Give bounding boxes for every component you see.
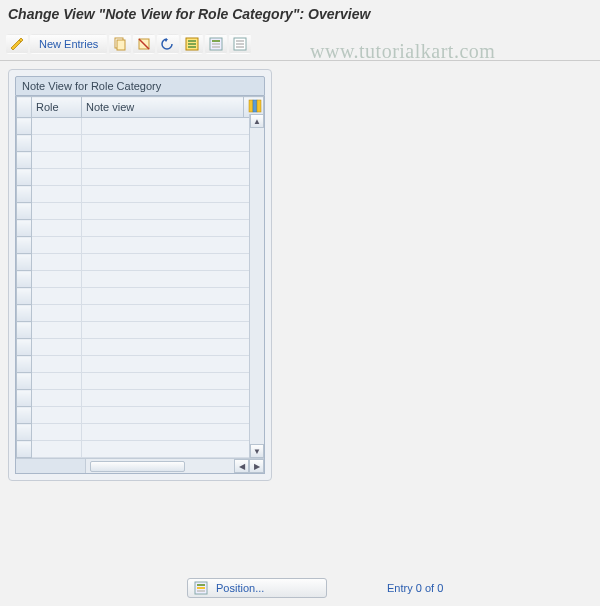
row-selector[interactable] <box>17 424 32 441</box>
scroll-thumb[interactable] <box>90 461 185 472</box>
position-button[interactable]: Position... <box>187 578 327 598</box>
row-selector[interactable] <box>17 305 32 322</box>
deselect-all-icon[interactable] <box>229 34 251 54</box>
row-selector[interactable] <box>17 407 32 424</box>
table-row <box>17 186 264 203</box>
cell-role[interactable] <box>32 203 82 220</box>
row-selector[interactable] <box>17 152 32 169</box>
cell-role[interactable] <box>32 254 82 271</box>
table-row <box>17 118 264 135</box>
row-selector[interactable] <box>17 373 32 390</box>
cell-note-view[interactable] <box>82 305 264 322</box>
cell-note-view[interactable] <box>82 339 264 356</box>
table-row <box>17 220 264 237</box>
horizontal-scrollbar[interactable]: ◀ ▶ <box>16 458 264 473</box>
undo-icon[interactable] <box>157 34 179 54</box>
row-selector[interactable] <box>17 271 32 288</box>
cell-note-view[interactable] <box>82 118 264 135</box>
cell-role[interactable] <box>32 220 82 237</box>
table-row <box>17 373 264 390</box>
row-selector[interactable] <box>17 288 32 305</box>
column-header-role[interactable]: Role <box>32 97 82 118</box>
cell-note-view[interactable] <box>82 186 264 203</box>
row-selector[interactable] <box>17 118 32 135</box>
cell-role[interactable] <box>32 118 82 135</box>
column-header-note-view[interactable]: Note view <box>82 97 244 118</box>
cell-note-view[interactable] <box>82 135 264 152</box>
table-row <box>17 135 264 152</box>
row-selector[interactable] <box>17 135 32 152</box>
cell-role[interactable] <box>32 390 82 407</box>
cell-role[interactable] <box>32 152 82 169</box>
svg-rect-20 <box>197 584 205 586</box>
svg-rect-18 <box>257 100 261 112</box>
footer-bar: Position... Entry 0 of 0 <box>0 578 600 598</box>
cell-note-view[interactable] <box>82 390 264 407</box>
row-selector[interactable] <box>17 203 32 220</box>
cell-role[interactable] <box>32 169 82 186</box>
row-selector[interactable] <box>17 339 32 356</box>
row-selector[interactable] <box>17 237 32 254</box>
cell-note-view[interactable] <box>82 424 264 441</box>
vertical-scrollbar[interactable]: ▲ ▼ <box>249 114 264 458</box>
row-selector[interactable] <box>17 322 32 339</box>
select-block-icon[interactable] <box>205 34 227 54</box>
table-row <box>17 254 264 271</box>
table-row <box>17 322 264 339</box>
cell-role[interactable] <box>32 322 82 339</box>
cell-role[interactable] <box>32 356 82 373</box>
cell-note-view[interactable] <box>82 441 264 458</box>
cell-note-view[interactable] <box>82 373 264 390</box>
select-all-icon[interactable] <box>181 34 203 54</box>
cell-role[interactable] <box>32 305 82 322</box>
cell-note-view[interactable] <box>82 237 264 254</box>
cell-role[interactable] <box>32 424 82 441</box>
row-selector[interactable] <box>17 390 32 407</box>
svg-rect-22 <box>197 590 205 592</box>
cell-note-view[interactable] <box>82 152 264 169</box>
cell-note-view[interactable] <box>82 254 264 271</box>
scroll-down-icon[interactable]: ▼ <box>250 444 264 458</box>
table-row <box>17 441 264 458</box>
cell-note-view[interactable] <box>82 356 264 373</box>
cell-note-view[interactable] <box>82 169 264 186</box>
scroll-left-icon[interactable]: ◀ <box>234 459 249 473</box>
table-row <box>17 407 264 424</box>
cell-note-view[interactable] <box>82 322 264 339</box>
scroll-right-icon[interactable]: ▶ <box>249 459 264 473</box>
row-selector[interactable] <box>17 186 32 203</box>
cell-note-view[interactable] <box>82 288 264 305</box>
new-entries-button[interactable]: New Entries <box>30 34 107 54</box>
svg-rect-13 <box>236 40 244 42</box>
row-selector[interactable] <box>17 169 32 186</box>
svg-rect-17 <box>253 100 257 112</box>
cell-role[interactable] <box>32 407 82 424</box>
cell-role[interactable] <box>32 441 82 458</box>
toggle-change-icon[interactable] <box>6 34 28 54</box>
cell-role[interactable] <box>32 186 82 203</box>
cell-role[interactable] <box>32 135 82 152</box>
svg-rect-5 <box>188 40 196 42</box>
row-selector[interactable] <box>17 254 32 271</box>
position-button-label: Position... <box>216 582 264 594</box>
cell-role[interactable] <box>32 339 82 356</box>
row-selector[interactable] <box>17 356 32 373</box>
row-selector-header[interactable] <box>17 97 32 118</box>
copy-icon[interactable] <box>109 34 131 54</box>
row-selector[interactable] <box>17 220 32 237</box>
delete-icon[interactable] <box>133 34 155 54</box>
cell-note-view[interactable] <box>82 271 264 288</box>
entry-count-text: Entry 0 of 0 <box>387 582 443 594</box>
page-title: Change View "Note View for Role Category… <box>0 0 600 32</box>
cell-role[interactable] <box>32 288 82 305</box>
cell-role[interactable] <box>32 271 82 288</box>
cell-note-view[interactable] <box>82 407 264 424</box>
cell-role[interactable] <box>32 373 82 390</box>
cell-note-view[interactable] <box>82 203 264 220</box>
table-row <box>17 169 264 186</box>
cell-role[interactable] <box>32 237 82 254</box>
cell-note-view[interactable] <box>82 220 264 237</box>
scroll-up-icon[interactable]: ▲ <box>250 114 264 128</box>
row-selector[interactable] <box>17 441 32 458</box>
table-row <box>17 271 264 288</box>
